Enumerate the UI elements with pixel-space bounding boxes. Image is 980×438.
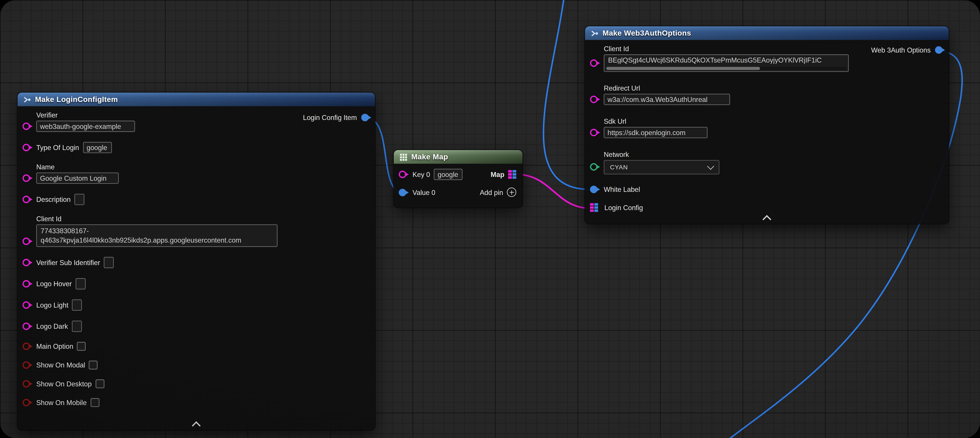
pin-label: Key 0 xyxy=(412,171,430,178)
pin-label: Network xyxy=(604,151,719,158)
output-pin-label: Web 3Auth Options xyxy=(871,46,931,54)
add-pin-button[interactable] xyxy=(507,188,516,197)
logo-dark-input[interactable] xyxy=(72,321,82,332)
pin-row-verifier-sub-identifier: Verifier Sub Identifier xyxy=(22,257,369,268)
input-pin-key0[interactable] xyxy=(399,171,406,178)
name-input[interactable]: Google Custom Login xyxy=(36,172,119,184)
collapse-advanced-button[interactable] xyxy=(762,214,772,221)
show-on-desktop-checkbox[interactable] xyxy=(95,379,104,388)
pin-label: Show On Modal xyxy=(36,361,85,369)
input-pin-logo-hover[interactable] xyxy=(22,280,30,288)
output-pin-label: Map xyxy=(491,171,504,178)
logo-light-input[interactable] xyxy=(72,299,82,311)
node-make-map[interactable]: Make Map Key 0 google Map xyxy=(394,150,522,207)
pin-label: Verifier Sub Identifier xyxy=(36,259,100,266)
input-pin-value0[interactable] xyxy=(399,188,406,196)
pin-row-login-config: Login Config xyxy=(590,203,942,212)
input-pin-show-on-modal[interactable] xyxy=(22,361,30,369)
horizontal-scrollbar[interactable] xyxy=(606,67,846,70)
output-pin-web3auth-options[interactable] xyxy=(935,46,943,54)
add-pin-label: Add pin xyxy=(480,188,503,196)
pin-label: Name xyxy=(36,163,119,171)
output-pin-label: Login Config Item xyxy=(303,114,357,121)
input-pin-show-on-desktop[interactable] xyxy=(22,380,30,388)
input-pin-redirect-url[interactable] xyxy=(590,96,598,103)
input-pin-logo-light[interactable] xyxy=(22,301,30,309)
pin-label: White Label xyxy=(604,186,640,193)
node-make-loginconfigitem[interactable]: Make LoginConfigItem Login Config Item V… xyxy=(18,92,375,430)
logo-hover-input[interactable] xyxy=(75,278,86,290)
type-of-login-input[interactable]: google xyxy=(83,142,111,153)
pin-row-value0-addpin: Value 0 Add pin xyxy=(399,188,516,197)
node-header-make-loginconfigitem[interactable]: Make LoginConfigItem xyxy=(18,92,375,107)
main-option-checkbox[interactable] xyxy=(77,342,86,350)
show-on-modal-checkbox[interactable] xyxy=(89,361,98,370)
input-pin-network[interactable] xyxy=(590,163,598,171)
wire-top-to-white-label[interactable] xyxy=(543,0,590,190)
input-pin-type-of-login[interactable] xyxy=(22,144,30,151)
pin-row-key0-map: Key 0 google Map xyxy=(399,169,516,180)
pin-label: Logo Light xyxy=(36,301,68,309)
collapse-advanced-button[interactable] xyxy=(191,420,201,427)
description-input[interactable] xyxy=(74,194,84,205)
network-dropdown[interactable]: CYAN xyxy=(604,160,719,175)
input-pin-description[interactable] xyxy=(22,196,30,203)
sdk-url-input[interactable]: https://sdk.openlogin.com xyxy=(604,127,707,138)
node-header-make-web3authoptions[interactable]: Make Web3AuthOptions xyxy=(585,26,949,40)
pin-row-type-of-login: Type Of Login google xyxy=(22,142,369,153)
output-pin-login-config-item[interactable] xyxy=(361,114,369,121)
pin-label: Show On Desktop xyxy=(36,380,92,388)
pin-row-description: Description xyxy=(22,194,369,205)
pin-row-name: Name Google Custom Login xyxy=(22,163,369,184)
input-pin-verifier[interactable] xyxy=(22,123,30,130)
redirect-url-input[interactable]: w3a://com.w3a.Web3AuthUnreal xyxy=(604,94,730,105)
scrollbar-thumb[interactable] xyxy=(606,67,760,70)
pin-label: Sdk Url xyxy=(604,118,707,125)
node-title: Make LoginConfigItem xyxy=(35,95,118,104)
pin-row-redirect-url: Redirect Url w3a://com.w3a.Web3AuthUnrea… xyxy=(590,84,942,105)
verifier-sub-identifier-input[interactable] xyxy=(104,257,114,268)
make-struct-icon xyxy=(590,29,599,37)
input-pin-name[interactable] xyxy=(22,175,30,182)
show-on-mobile-checkbox[interactable] xyxy=(90,398,99,407)
make-map-icon xyxy=(399,153,408,161)
node-title: Make Web3AuthOptions xyxy=(603,29,691,37)
client-id-text: BEglQSgt4cUWcj6SKRdu5QkOXTsePmMcusG5EAoy… xyxy=(608,56,845,64)
pin-row-show-on-mobile: Show On Mobile xyxy=(22,398,369,407)
input-pin-show-on-mobile[interactable] xyxy=(22,399,30,406)
pin-label: Login Config xyxy=(605,204,643,212)
key0-input[interactable]: google xyxy=(434,169,463,180)
client-id-input[interactable]: 774338308167- q463s7kpvja16l4l0kko3nb925… xyxy=(36,225,277,247)
pin-row-logo-dark: Logo Dark xyxy=(22,321,369,332)
input-pin-login-config[interactable] xyxy=(590,203,598,212)
node-make-web3authoptions[interactable]: Make Web3AuthOptions Web 3Auth Options C… xyxy=(585,26,949,224)
client-id-input[interactable]: BEglQSgt4cUWcj6SKRdu5QkOXTsePmMcusG5EAoy… xyxy=(604,54,849,72)
input-pin-client-id[interactable] xyxy=(590,59,598,67)
make-struct-icon xyxy=(23,95,31,104)
output-pin-map[interactable] xyxy=(508,170,516,179)
pin-label: Value 0 xyxy=(412,188,436,196)
pin-label: Show On Mobile xyxy=(36,399,87,406)
wire-map-to-login-config[interactable] xyxy=(516,175,590,208)
pin-label: Verifier xyxy=(36,111,135,119)
node-header-make-map[interactable]: Make Map xyxy=(394,150,522,164)
pin-label: Redirect Url xyxy=(604,84,730,92)
graph-canvas[interactable]: Make LoginConfigItem Login Config Item V… xyxy=(0,0,980,438)
verifier-input[interactable]: web3auth-google-example xyxy=(36,121,135,132)
input-pin-client-id[interactable] xyxy=(22,237,30,245)
pin-label: Main Option xyxy=(36,342,73,350)
input-pin-logo-dark[interactable] xyxy=(22,322,30,330)
pin-row-login-config-item: Login Config Item xyxy=(303,114,369,121)
pin-row-main-option: Main Option xyxy=(22,342,369,350)
input-pin-main-option[interactable] xyxy=(22,342,30,350)
input-pin-verifier-sub-identifier[interactable] xyxy=(22,259,30,266)
node-title: Make Map xyxy=(411,153,448,161)
network-selected-value: CYAN xyxy=(610,164,628,171)
input-pin-white-label[interactable] xyxy=(590,186,598,193)
pin-label: Logo Hover xyxy=(36,280,72,288)
pin-row-network: Network CYAN xyxy=(590,151,942,175)
pin-row-web3auth-options: Web 3Auth Options xyxy=(871,46,943,54)
pin-label: Client Id xyxy=(36,215,277,223)
input-pin-sdk-url[interactable] xyxy=(590,129,598,137)
pin-label: Client Id xyxy=(604,45,849,53)
